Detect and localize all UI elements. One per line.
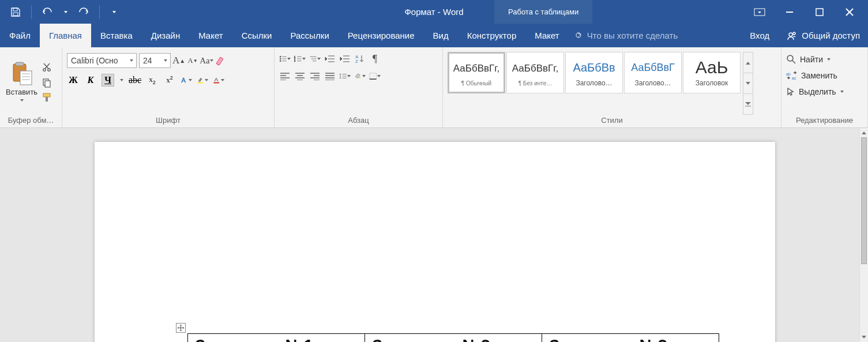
maximize-button[interactable]: [813, 5, 826, 19]
replace-button[interactable]: abac Заменить: [786, 68, 863, 83]
style-no-spacing[interactable]: АаБбВвГг, ¶ Без инте…: [506, 52, 564, 93]
multilevel-list-button[interactable]: [309, 53, 321, 65]
tab-references[interactable]: Ссылки: [232, 24, 281, 47]
close-button[interactable]: [843, 5, 856, 19]
svg-rect-1: [13, 13, 18, 16]
highlight-button[interactable]: [197, 74, 208, 86]
strikethrough-button[interactable]: abc: [129, 75, 141, 85]
minimize-button[interactable]: [783, 5, 796, 19]
numbering-button[interactable]: 123: [294, 53, 306, 65]
copy-button[interactable]: [41, 77, 52, 88]
share-button[interactable]: Общий доступ: [779, 24, 868, 47]
svg-point-17: [48, 68, 50, 70]
document-area[interactable]: Заголовок №1 Заголовок №2 Заголовок №3: [0, 128, 859, 342]
italic-button[interactable]: К: [84, 75, 97, 85]
font-size-combo[interactable]: 24: [139, 53, 171, 68]
svg-rect-25: [213, 82, 219, 83]
svg-point-71: [787, 55, 793, 61]
align-right-button[interactable]: [309, 70, 321, 82]
paste-dropdown[interactable]: [19, 98, 24, 103]
bullets-button[interactable]: [279, 53, 291, 65]
tab-table-layout[interactable]: Макет: [525, 24, 568, 47]
find-button[interactable]: Найти: [786, 52, 863, 67]
paste-button[interactable]: Вставить: [5, 50, 39, 115]
tab-mailings[interactable]: Рассылки: [281, 24, 338, 47]
tab-file[interactable]: Файл: [0, 24, 40, 47]
qat-customize-dropdown[interactable]: [111, 9, 117, 14]
sort-button[interactable]: AZ: [354, 53, 366, 65]
shading-button[interactable]: [354, 70, 366, 82]
scroll-thumb[interactable]: [861, 137, 867, 264]
table-move-handle[interactable]: [176, 323, 186, 333]
scroll-down-button[interactable]: [860, 333, 868, 342]
subscript-button[interactable]: x2: [146, 75, 159, 85]
tab-review[interactable]: Рецензирование: [339, 24, 424, 47]
styles-scroll-up[interactable]: [743, 52, 753, 73]
align-left-button[interactable]: [279, 70, 291, 82]
style-title[interactable]: АаЬ Заголовок: [683, 52, 741, 93]
tab-insert[interactable]: Вставка: [91, 24, 142, 47]
document-table[interactable]: Заголовок №1 Заголовок №2 Заголовок №3: [187, 333, 719, 342]
tab-design[interactable]: Дизайн: [142, 24, 189, 47]
font-color-button[interactable]: A: [213, 74, 224, 86]
table-header-3[interactable]: Заголовок №3: [542, 334, 719, 343]
style-normal[interactable]: АаБбВвГг, ¶ Обычный: [448, 52, 505, 93]
style-heading1[interactable]: АаБбВв Заголово…: [565, 52, 623, 93]
shrink-font-button[interactable]: A▼: [187, 55, 198, 66]
superscript-button[interactable]: x2: [163, 75, 176, 85]
save-button[interactable]: [8, 5, 23, 20]
styles-expand[interactable]: [743, 94, 753, 114]
redo-button[interactable]: [76, 5, 91, 20]
font-family-combo[interactable]: Calibri (Осно: [67, 53, 137, 68]
svg-rect-20: [43, 93, 50, 97]
format-painter-button[interactable]: [41, 92, 52, 103]
group-styles-label: Стили: [448, 115, 776, 126]
group-editing-label: Редактирование: [786, 115, 863, 126]
text-effects-button[interactable]: A: [181, 74, 192, 86]
style-heading2[interactable]: АаБбВвГ Заголово…: [624, 52, 682, 93]
svg-text:A: A: [215, 76, 219, 82]
scroll-track[interactable]: [860, 137, 868, 333]
table-header-2[interactable]: Заголовок №2: [365, 334, 542, 343]
decrease-indent-button[interactable]: [324, 53, 336, 65]
underline-dropdown[interactable]: [119, 78, 124, 83]
page[interactable]: [95, 142, 775, 342]
grow-font-button[interactable]: A▲: [173, 55, 185, 66]
svg-rect-11: [16, 62, 24, 66]
ribbon-tabs: Файл Главная Вставка Дизайн Макет Ссылки…: [0, 24, 868, 47]
tab-layout[interactable]: Макет: [189, 24, 232, 47]
line-spacing-button[interactable]: [339, 70, 351, 82]
separator: [99, 5, 100, 19]
undo-dropdown[interactable]: [63, 9, 68, 14]
group-paragraph-label: Абзац: [279, 115, 438, 126]
tab-home[interactable]: Главная: [40, 24, 91, 47]
table-header-1[interactable]: Заголовок №1: [188, 334, 365, 343]
underline-button[interactable]: Ч: [102, 74, 114, 87]
styles-scroll-down[interactable]: [743, 73, 753, 94]
align-center-button[interactable]: [294, 70, 306, 82]
svg-text:ac: ac: [792, 76, 796, 80]
increase-indent-button[interactable]: [339, 53, 351, 65]
tab-table-design[interactable]: Конструктор: [458, 24, 526, 47]
clear-formatting-button[interactable]: [215, 55, 226, 66]
change-case-button[interactable]: Aa: [201, 55, 212, 66]
quick-access-toolbar: [0, 0, 125, 24]
undo-button[interactable]: [40, 5, 55, 20]
borders-button[interactable]: [369, 70, 381, 82]
bold-button[interactable]: Ж: [67, 75, 80, 85]
scroll-up-button[interactable]: [860, 128, 868, 137]
separator: [31, 5, 32, 19]
ribbon-display-options-button[interactable]: [753, 5, 766, 19]
select-button[interactable]: Выделить: [786, 84, 863, 99]
tell-me-search[interactable]: Что вы хотите сделать: [574, 24, 678, 47]
tab-view[interactable]: Вид: [424, 24, 458, 47]
window-title: Формат - Word: [0, 7, 868, 17]
svg-text:Z: Z: [355, 59, 358, 64]
cut-button[interactable]: [41, 62, 52, 73]
justify-button[interactable]: [324, 70, 336, 82]
group-paragraph: 123 AZ ¶ Абзац: [275, 47, 443, 127]
login-button[interactable]: Вход: [741, 24, 779, 47]
share-label: Общий доступ: [802, 31, 860, 40]
show-hide-marks-button[interactable]: ¶: [369, 53, 381, 65]
vertical-scrollbar: [859, 128, 868, 342]
